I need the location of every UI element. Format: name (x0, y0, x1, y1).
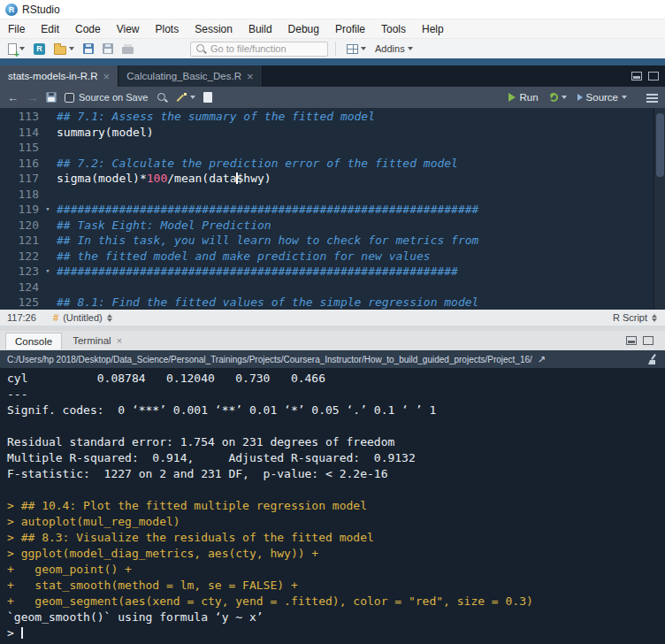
code-token: ## 8.1: Find the fitted values of the si… (57, 295, 478, 309)
tab-label: Console (15, 336, 52, 347)
menu-item-profile[interactable]: Profile (327, 19, 373, 38)
clear-console-icon[interactable] (646, 353, 658, 365)
code-line[interactable]: 114 summary(model) (0, 125, 665, 141)
minimize-pane-icon[interactable] (631, 72, 642, 80)
menu-item-plots[interactable]: Plots (148, 19, 187, 38)
code-line[interactable]: 115 (0, 140, 665, 156)
file-type-dropdown[interactable]: R Script (613, 312, 658, 323)
line-number: 121 (0, 233, 39, 249)
code-line[interactable]: 118 (0, 187, 665, 203)
code-line[interactable]: 119▾####################################… (0, 202, 665, 218)
addins-button[interactable]: Addins (371, 42, 417, 56)
menu-item-debug[interactable]: Debug (280, 19, 327, 38)
compile-report-icon[interactable] (203, 92, 212, 103)
editor-scrollbar[interactable] (654, 108, 665, 310)
code-token: ## the fitted model and make prediction … (57, 249, 431, 263)
fold-spacer (39, 156, 57, 172)
fold-icon[interactable]: ▾ (39, 202, 57, 218)
code-line[interactable]: 120 ## Task Eight: Model Prediction (0, 218, 665, 234)
maximize-pane-icon[interactable] (648, 72, 659, 80)
source-on-save-checkbox[interactable] (65, 93, 74, 103)
run-button[interactable]: Run (508, 92, 538, 103)
code-line[interactable]: 124 (0, 280, 665, 295)
source-tab[interactable]: stats-models-in-R.R× (0, 65, 118, 87)
source-button[interactable]: Source (577, 92, 627, 103)
new-project-button[interactable]: R (30, 42, 49, 57)
code-line[interactable]: 116 ## 7.2: Calculate the prediction err… (0, 156, 665, 172)
section-label: (Untitled) (63, 312, 103, 323)
code-line[interactable]: 113 ## 7.1: Assess the summary of the fi… (0, 109, 665, 125)
code-text: sigma(model)*100/mean(data$hwy) (57, 171, 271, 187)
tab-close-icon[interactable]: × (117, 335, 122, 346)
line-number: 120 (0, 218, 39, 234)
source-pane: stats-models-in-R.R×Calculating_Basic_De… (0, 65, 665, 326)
minimize-pane-icon[interactable] (626, 336, 637, 345)
fold-spacer (39, 187, 57, 203)
menu-item-build[interactable]: Build (241, 19, 280, 38)
source-icon (577, 94, 583, 101)
line-number: 114 (0, 125, 39, 141)
console-line: + geom_point() + (7, 562, 665, 578)
code-line[interactable]: 125 ## 8.1: Find the fitted values of th… (0, 295, 665, 310)
find-replace-icon[interactable] (156, 91, 168, 104)
forward-icon[interactable]: → (27, 92, 38, 104)
save-button[interactable] (80, 42, 97, 56)
code-editor[interactable]: 113 ## 7.1: Assess the summary of the fi… (0, 108, 665, 310)
editor-lines: 113 ## 7.1: Assess the summary of the fi… (0, 109, 665, 310)
open-file-button[interactable] (50, 42, 78, 57)
menu-item-tools[interactable]: Tools (373, 19, 414, 38)
chevron-down-icon (190, 96, 195, 99)
save-all-button[interactable] (99, 42, 117, 56)
console-line: F-statistic: 1227 on 2 and 231 DF, p-val… (7, 466, 665, 482)
print-button[interactable] (118, 42, 137, 56)
section-dropdown[interactable]: # (Untitled) (53, 312, 113, 323)
goto-directory-icon[interactable]: ↗ (538, 354, 546, 365)
console-line: Residual standard error: 1.754 on 231 de… (7, 434, 665, 450)
code-token: ## Task Eight: Model Prediction (57, 218, 271, 232)
console-line: cyl 0.08784 0.12040 0.730 0.466 (7, 371, 665, 387)
menu-item-file[interactable]: File (0, 19, 33, 38)
console-line (7, 482, 665, 498)
code-tools-button[interactable] (176, 92, 195, 104)
search-icon (195, 42, 207, 55)
working-directory: C:/Users/hp 2018/Desktop/Data_Science/Pe… (7, 355, 532, 364)
code-text: ########################################… (57, 264, 458, 280)
source-on-save[interactable]: Source on Save (65, 92, 148, 103)
scrollbar-thumb[interactable] (656, 113, 664, 177)
tab-close-icon[interactable]: × (247, 71, 254, 82)
menu-item-edit[interactable]: Edit (33, 19, 67, 38)
console-tabbar: ConsoleTerminal× (0, 331, 665, 350)
menu-item-view[interactable]: View (109, 19, 148, 38)
back-icon[interactable]: ← (7, 92, 19, 104)
new-file-button[interactable] (4, 42, 28, 57)
fold-spacer (39, 295, 57, 310)
code-line[interactable]: 121 ## In this task, you will learn how … (0, 233, 665, 249)
console-line: > autoplot(mul_reg_model) (7, 514, 665, 530)
line-number: 115 (0, 140, 39, 156)
document-outline-icon[interactable] (646, 93, 658, 103)
rerun-button[interactable] (549, 93, 567, 102)
tab-close-icon[interactable]: × (103, 71, 111, 82)
code-text: ## Task Eight: Model Prediction (57, 218, 271, 234)
goto-file-box[interactable] (190, 42, 328, 57)
menu-item-code[interactable]: Code (67, 19, 109, 38)
fold-spacer (39, 109, 57, 125)
tab-label: Terminal (73, 335, 111, 346)
editor-save-icon[interactable] (46, 92, 56, 102)
fold-icon[interactable]: ▾ (39, 264, 57, 280)
code-line[interactable]: 117 sigma(model)*100/mean(data$hwy) (0, 171, 665, 187)
code-line[interactable]: 122 ## the fitted model and make predict… (0, 249, 665, 264)
menu-item-help[interactable]: Help (414, 19, 452, 38)
menu-item-session[interactable]: Session (187, 19, 241, 38)
console-output[interactable]: cyl 0.08784 0.12040 0.730 0.466---Signif… (0, 368, 665, 644)
source-tab[interactable]: Calculating_Basic_Des.R× (118, 65, 262, 87)
fold-spacer (39, 125, 57, 141)
code-token: ########################################… (57, 203, 478, 216)
code-text: ## In this task, you will learn how to c… (57, 233, 478, 249)
code-line[interactable]: 123▾####################################… (0, 264, 665, 280)
console-tab-terminal[interactable]: Terminal× (64, 333, 131, 349)
pane-layout-button[interactable] (343, 42, 370, 56)
console-tab-console[interactable]: Console (5, 333, 62, 349)
goto-file-input[interactable] (210, 43, 322, 54)
maximize-pane-icon[interactable] (643, 336, 654, 345)
